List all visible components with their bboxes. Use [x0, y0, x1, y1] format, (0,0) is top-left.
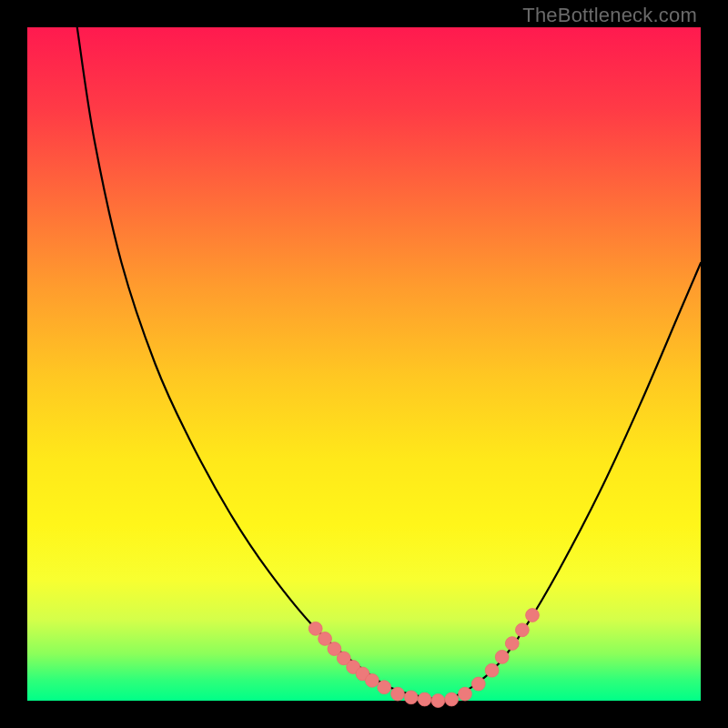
watermark-text: TheBottleneck.com — [522, 4, 697, 27]
marker-point — [445, 693, 459, 706]
marker-point — [365, 673, 379, 687]
marker-point — [459, 687, 472, 701]
marker-point — [431, 694, 445, 708]
marker-group — [308, 609, 539, 708]
marker-point — [471, 677, 485, 691]
curve-left-branch — [77, 27, 445, 701]
marker-point — [526, 609, 540, 622]
marker-point — [485, 663, 499, 677]
marker-point — [308, 622, 322, 635]
marker-point — [378, 681, 391, 694]
chart-stage: TheBottleneck.com — [0, 0, 728, 728]
marker-point — [318, 632, 332, 646]
plot-area — [27, 27, 701, 701]
marker-point — [418, 693, 431, 706]
curves-svg — [27, 27, 701, 701]
marker-point — [505, 637, 519, 651]
marker-point — [404, 691, 418, 704]
marker-point — [516, 623, 530, 637]
marker-point — [495, 651, 509, 664]
series-group — [77, 27, 701, 701]
curve-right-branch — [445, 263, 701, 701]
marker-point — [391, 687, 405, 701]
